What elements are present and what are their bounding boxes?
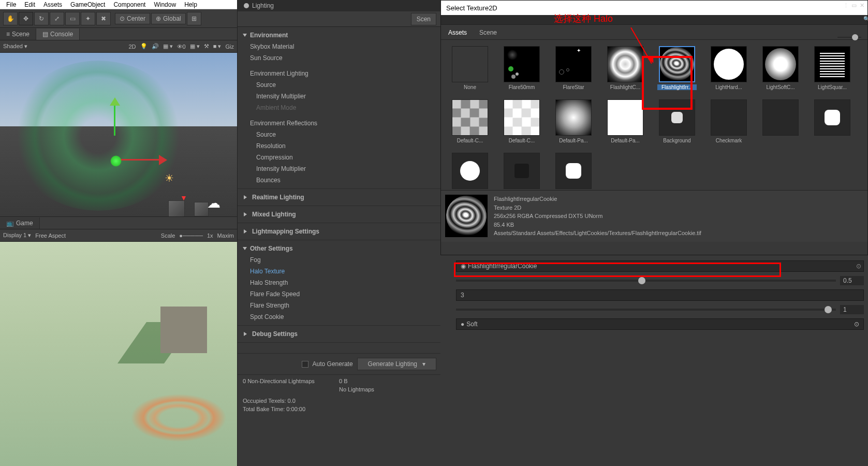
object-picker-icon[interactable]: ⊙ (854, 321, 859, 328)
move-tool[interactable]: ✥ (19, 12, 33, 25)
transform-tool[interactable]: ✦ (81, 12, 95, 25)
prop-skybox[interactable]: Skybox Material (238, 41, 440, 52)
picker-item-none[interactable]: None (450, 46, 490, 90)
lighting-tab[interactable]: Lighting (238, 0, 440, 11)
prop-refl-compression[interactable]: Compression (238, 152, 440, 163)
tab-game[interactable]: 📺 Game (0, 217, 40, 229)
prop-env-lighting: Environment Lighting (238, 68, 440, 79)
scene-toolbar: Shaded ▾ 2D 💡 🔊 ▦ ▾ 👁0 ▦ ▾ ⚒ ■ ▾ Giz (0, 40, 237, 53)
scale-tool[interactable]: ⤢ (50, 12, 64, 25)
light-gizmo-icon[interactable]: ☀ (165, 172, 174, 184)
picker-item-defaultc2[interactable]: Default-C... (502, 99, 541, 143)
custom-tool[interactable]: ✖ (96, 12, 111, 25)
rect-tool[interactable]: ▭ (65, 12, 80, 25)
picker-item-flashlightirr[interactable]: FlashlightIrr... (657, 46, 697, 90)
menu-component[interactable]: Component (109, 1, 150, 8)
realtime-header[interactable]: Realtime Lighting (238, 192, 440, 203)
aspect-dropdown[interactable]: Free Aspect (35, 232, 66, 239)
prop-halo-texture[interactable]: Halo Texture (238, 266, 440, 277)
maximize-toggle[interactable]: Maxim (217, 232, 234, 239)
picker-tab-assets[interactable]: Assets (446, 27, 469, 39)
picker-item-extra4[interactable] (502, 153, 541, 190)
gizmo-dropdown[interactable]: Giz (226, 43, 234, 50)
scene-canvas[interactable]: ☀ ☁ ▼ (0, 53, 237, 216)
picker-item-extra5[interactable] (554, 153, 593, 190)
minimize-icon[interactable]: ▭ (851, 2, 858, 8)
tab-scene[interactable]: ≡ Scene (0, 28, 36, 40)
picker-item-extra3[interactable] (450, 153, 490, 190)
spot-cookie-field[interactable]: ●Soft ⊙ (456, 318, 864, 330)
prop-flare-fade[interactable]: Flare Fade Speed (238, 288, 440, 300)
camera-gizmo-icon[interactable]: ☁ (207, 195, 220, 211)
flare-fade-field[interactable]: 3 (456, 289, 864, 301)
scene-nav-button[interactable]: Scen (411, 13, 436, 25)
picker-item-defaultc1[interactable]: Default-C... (450, 99, 490, 143)
hidden-toggle-icon[interactable]: 👁0 (177, 43, 186, 50)
prop-halo-strength[interactable]: Halo Strength (238, 277, 440, 288)
picker-item-extra2[interactable] (813, 99, 852, 143)
picker-item-lighthard[interactable]: LightHard... (709, 46, 748, 90)
picker-item-extra1[interactable] (761, 99, 800, 143)
prop-env-source[interactable]: Source (238, 79, 440, 91)
environment-header[interactable]: Environment (238, 30, 440, 41)
generate-lighting-button[interactable]: Generate Lighting▾ (357, 358, 436, 370)
other-header[interactable]: Other Settings (238, 243, 440, 254)
rotate-tool[interactable]: ↻ (34, 12, 49, 25)
halo-strength-slider[interactable] (456, 280, 836, 282)
object-picker-icon[interactable]: ⊙ (856, 263, 861, 270)
lightmap-header[interactable]: Lightmapping Settings (238, 226, 440, 237)
prop-fog[interactable]: Fog (238, 254, 440, 266)
scale-slider[interactable]: ●───── (179, 232, 203, 239)
picker-item-lightsoft[interactable]: LightSoftC... (761, 46, 800, 90)
shading-dropdown[interactable]: Shaded ▾ (3, 43, 27, 50)
debug-header[interactable]: Debug Settings (238, 328, 440, 340)
light-toggle-icon[interactable]: 💡 (140, 43, 148, 50)
scene-cube-1[interactable] (168, 200, 185, 216)
prop-spot-cookie[interactable]: Spot Cookie (238, 311, 440, 323)
tool-icon[interactable]: ⚒ (204, 43, 209, 50)
halo-strength-value[interactable]: 0.5 (840, 276, 864, 285)
picker-item-background[interactable]: Background (657, 99, 697, 143)
tab-console[interactable]: ▤ Console (36, 28, 80, 40)
autogen-checkbox[interactable] (302, 361, 308, 368)
2d-toggle[interactable]: 2D (128, 43, 136, 50)
menu-file[interactable]: File (2, 1, 20, 8)
hand-tool[interactable]: ✋ (3, 12, 18, 25)
menu-help[interactable]: Help (180, 1, 201, 8)
prop-flare-strength[interactable]: Flare Strength (238, 300, 440, 311)
prop-env-intensity[interactable]: Intensity Multiplier (238, 91, 440, 102)
close-icon[interactable]: ✕ (860, 2, 866, 8)
picker-tab-scene[interactable]: Scene (477, 27, 499, 39)
picker-item-flarestar[interactable]: FlareStar (554, 46, 593, 90)
menu-edit[interactable]: Edit (20, 1, 39, 8)
cam-icon[interactable]: ■ ▾ (213, 43, 222, 50)
picker-item-defaultpa1[interactable]: Default-Pa... (554, 99, 593, 143)
flare-strength-value[interactable]: 1 (840, 305, 864, 314)
picker-item-defaultpa2[interactable]: Default-Pa... (606, 99, 645, 143)
audio-toggle-icon[interactable]: 🔊 (152, 43, 159, 50)
prop-refl-intensity[interactable]: Intensity Multiplier (238, 163, 440, 174)
picker-search-input[interactable] (445, 16, 863, 23)
prop-refl-resolution[interactable]: Resolution (238, 140, 440, 152)
menu-window[interactable]: Window (150, 1, 180, 8)
mixed-header[interactable]: Mixed Lighting (238, 209, 440, 220)
picker-item-flare50[interactable]: Flare50mm (502, 46, 541, 90)
menu-assets[interactable]: Assets (39, 1, 66, 8)
prop-refl-source[interactable]: Source (238, 129, 440, 140)
grid-icon[interactable]: ▦ ▾ (190, 43, 200, 50)
snap-toggle[interactable]: ⊞ (187, 12, 201, 25)
display-dropdown[interactable]: Display 1 ▾ (3, 232, 31, 239)
scene-cube-2[interactable] (194, 202, 209, 216)
thumbnail-size-slider[interactable] (837, 37, 861, 38)
halo-texture-field[interactable]: ◉ FlashlightIrregularCookie ⊙ (456, 260, 864, 272)
picker-item-checkmark[interactable]: Checkmark (709, 99, 748, 143)
picker-item-lightsquare[interactable]: LightSquar... (813, 46, 852, 90)
pivot-toggle[interactable]: ⊙Center (115, 13, 150, 24)
prop-refl-bounces[interactable]: Bounces (238, 174, 440, 186)
prop-sun[interactable]: Sun Source (238, 52, 440, 64)
kebab-icon[interactable]: ⋮ (843, 2, 849, 8)
flare-strength-slider[interactable] (456, 309, 836, 311)
space-toggle[interactable]: ⊕Global (151, 13, 186, 24)
menu-gameobject[interactable]: GameObject (66, 1, 109, 8)
fx-toggle-icon[interactable]: ▦ ▾ (163, 43, 173, 50)
